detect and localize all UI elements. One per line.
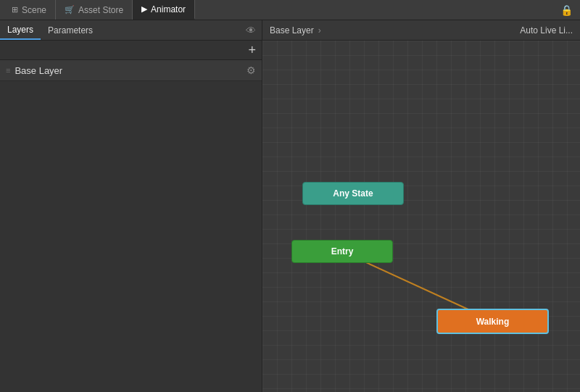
tab-asset-store-label: Asset Store <box>78 5 123 15</box>
tab-scene[interactable]: ⊞ Scene <box>3 0 56 20</box>
layer-settings-icon[interactable]: ⚙ <box>246 64 256 76</box>
node-walking[interactable]: Walking <box>436 309 549 334</box>
tab-animator[interactable]: ▶ Animator <box>133 0 195 20</box>
tab-animator-label: Animator <box>151 4 186 14</box>
left-panel-toolbar: + <box>0 41 262 60</box>
left-panel: + ≡ Base Layer ⚙ <box>0 41 262 392</box>
add-layer-button[interactable]: + <box>248 43 256 57</box>
animator-graph[interactable]: Any State Entry Walking <box>262 41 580 392</box>
node-entry[interactable]: Entry <box>291 240 393 263</box>
node-walking-label: Walking <box>476 317 510 327</box>
layer-item[interactable]: ≡ Base Layer ⚙ <box>0 60 262 81</box>
sub-tab-layers-label: Layers <box>7 25 33 35</box>
sub-header: Layers Parameters 👁 Base Layer › Auto Li… <box>0 20 580 41</box>
main-area: + ≡ Base Layer ⚙ Any State Entry <box>0 41 580 392</box>
sub-tab-parameters-label: Parameters <box>48 25 93 36</box>
asset-store-icon: 🛒 <box>65 5 75 14</box>
transition-arrow <box>262 41 580 392</box>
node-any-state[interactable]: Any State <box>302 182 404 205</box>
layer-name: Base Layer <box>14 65 242 76</box>
scene-icon: ⊞ <box>12 5 18 14</box>
sub-tab-parameters[interactable]: Parameters <box>41 20 100 40</box>
node-any-state-label: Any State <box>333 188 373 199</box>
lock-icon: 🔒 <box>560 4 573 16</box>
top-tab-bar: ⊞ Scene 🛒 Asset Store ▶ Animator 🔒 <box>0 0 580 20</box>
tab-asset-store[interactable]: 🛒 Asset Store <box>56 0 133 20</box>
node-entry-label: Entry <box>331 246 354 257</box>
animator-icon: ▶ <box>141 4 147 14</box>
auto-live-label: Auto Live Li... <box>520 25 573 36</box>
drag-handle-icon: ≡ <box>6 66 10 75</box>
breadcrumb-separator: › <box>318 25 321 36</box>
eye-icon[interactable]: 👁 <box>246 25 256 36</box>
sub-tab-layers[interactable]: Layers <box>0 20 41 40</box>
sub-header-left: Layers Parameters 👁 <box>0 20 262 40</box>
tab-scene-label: Scene <box>22 5 46 15</box>
sub-header-right: Base Layer › Auto Live Li... <box>262 25 580 36</box>
breadcrumb-root: Base Layer <box>270 25 314 36</box>
